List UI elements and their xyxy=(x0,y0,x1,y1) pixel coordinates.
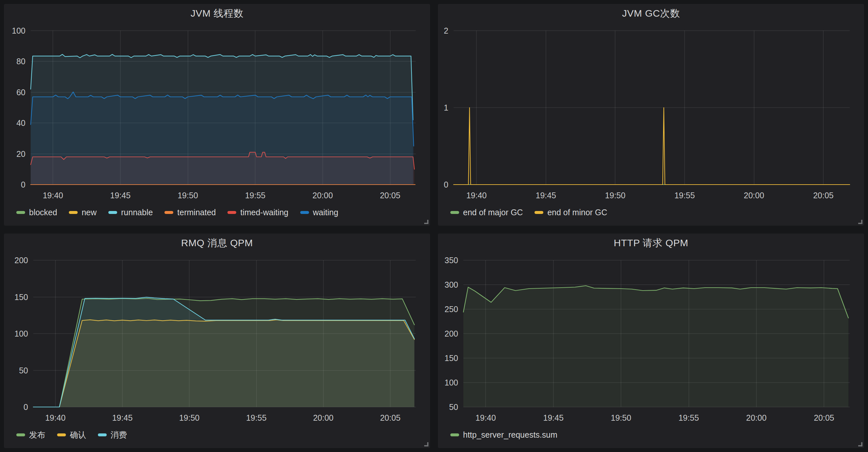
legend: end of major GCend of minor GC xyxy=(438,203,864,226)
legend-swatch xyxy=(108,211,117,214)
panel-title[interactable]: HTTP 请求 QPM xyxy=(438,233,864,252)
legend-item[interactable]: end of major GC xyxy=(450,208,523,217)
series-area xyxy=(463,286,848,407)
chart-jvm-gc[interactable]: 01219:4019:4519:5019:5520:0020:05 xyxy=(438,23,864,203)
y-tick-label: 20 xyxy=(16,149,26,159)
series-area xyxy=(31,92,414,185)
series-line xyxy=(454,108,850,185)
y-tick-label: 150 xyxy=(444,354,458,363)
legend-item[interactable]: new xyxy=(69,208,97,217)
y-tick-label: 60 xyxy=(16,88,26,97)
y-tick-label: 100 xyxy=(14,329,28,338)
legend-label: new xyxy=(82,208,97,217)
panel-resize-handle[interactable] xyxy=(423,218,429,224)
x-tick-label: 19:40 xyxy=(43,191,63,200)
legend: 发布确认消费 xyxy=(4,426,430,448)
legend-item[interactable]: blocked xyxy=(16,208,57,217)
legend-item[interactable]: 发布 xyxy=(16,429,45,440)
y-tick-label: 40 xyxy=(16,118,26,128)
y-tick-label: 1 xyxy=(444,103,448,112)
legend-swatch xyxy=(16,433,25,437)
legend-swatch xyxy=(227,211,236,214)
legend-label: 消费 xyxy=(111,429,127,440)
panel-resize-handle[interactable] xyxy=(423,441,429,447)
y-tick-label: 80 xyxy=(16,57,26,66)
panel-title[interactable]: JVM 线程数 xyxy=(4,4,430,23)
y-tick-label: 0 xyxy=(21,180,26,189)
x-tick-label: 19:45 xyxy=(112,413,133,422)
legend-item[interactable]: timed-waiting xyxy=(227,208,288,217)
legend-label: timed-waiting xyxy=(240,208,288,217)
y-tick-label: 50 xyxy=(449,402,458,412)
panel-jvm-gc: JVM GC次数 01219:4019:4519:5019:5520:0020:… xyxy=(438,4,864,226)
x-tick-label: 19:55 xyxy=(246,413,267,422)
legend-label: 确认 xyxy=(70,429,86,440)
legend-item[interactable]: terminated xyxy=(164,208,216,217)
legend-swatch xyxy=(534,211,543,214)
chart-rmq-qpm[interactable]: 05010015020019:4019:4519:5019:5520:0020:… xyxy=(4,252,430,426)
chart-jvm-threads[interactable]: 02040608010019:4019:4519:5019:5520:0020:… xyxy=(4,23,430,203)
legend-label: end of minor GC xyxy=(547,208,607,217)
legend-label: terminated xyxy=(177,208,216,217)
legend-swatch xyxy=(69,211,78,214)
chart-area: 02040608010019:4019:4519:5019:5520:0020:… xyxy=(4,23,430,203)
y-tick-label: 100 xyxy=(12,26,26,35)
legend-swatch xyxy=(164,211,173,214)
x-tick-label: 19:55 xyxy=(675,191,695,200)
x-tick-label: 19:45 xyxy=(536,191,556,200)
y-tick-label: 200 xyxy=(444,329,458,338)
legend-item[interactable]: 确认 xyxy=(57,429,86,440)
y-tick-label: 300 xyxy=(444,280,458,289)
x-tick-label: 19:50 xyxy=(179,413,200,422)
legend-item[interactable]: http_server_requests.sum xyxy=(450,430,557,440)
y-tick-label: 150 xyxy=(14,293,28,302)
y-tick-label: 100 xyxy=(444,378,458,387)
legend-swatch xyxy=(450,211,459,214)
legend-label: end of major GC xyxy=(463,208,523,217)
panel-title[interactable]: RMQ 消息 QPM xyxy=(4,233,430,252)
legend-label: waiting xyxy=(313,208,338,217)
legend-item[interactable]: waiting xyxy=(300,208,338,217)
x-tick-label: 19:50 xyxy=(611,413,631,422)
legend-swatch xyxy=(300,211,309,214)
x-tick-label: 19:40 xyxy=(466,191,487,200)
x-tick-label: 20:05 xyxy=(380,191,400,200)
panel-http-qpm: HTTP 请求 QPM 5010015020025030035019:4019:… xyxy=(438,233,864,448)
grafana-dashboard: JVM 线程数 02040608010019:4019:4519:5019:55… xyxy=(0,0,868,452)
legend-label: runnable xyxy=(121,208,153,217)
legend-label: 发布 xyxy=(29,429,45,440)
panel-rmq-qpm: RMQ 消息 QPM 05010015020019:4019:4519:5019… xyxy=(4,233,430,448)
x-tick-label: 19:55 xyxy=(678,413,699,422)
x-tick-label: 20:05 xyxy=(814,413,834,422)
legend-swatch xyxy=(98,433,107,437)
legend-label: http_server_requests.sum xyxy=(463,430,557,440)
legend-item[interactable]: end of minor GC xyxy=(534,208,607,217)
legend-item[interactable]: 消费 xyxy=(98,429,127,440)
x-tick-label: 19:50 xyxy=(605,191,625,200)
legend-item[interactable]: runnable xyxy=(108,208,153,217)
x-tick-label: 20:05 xyxy=(380,413,401,422)
legend-swatch xyxy=(16,211,25,214)
chart-area: 05010015020019:4019:4519:5019:5520:0020:… xyxy=(4,252,430,426)
chart-http-qpm[interactable]: 5010015020025030035019:4019:4519:5019:55… xyxy=(438,252,864,426)
panel-title[interactable]: JVM GC次数 xyxy=(438,4,864,23)
y-tick-label: 200 xyxy=(14,256,28,265)
x-tick-label: 20:00 xyxy=(744,191,764,200)
y-tick-label: 2 xyxy=(444,26,448,35)
x-tick-label: 20:00 xyxy=(746,413,767,422)
x-tick-label: 20:00 xyxy=(313,191,333,200)
legend: http_server_requests.sum xyxy=(438,426,864,448)
x-tick-label: 20:05 xyxy=(813,191,834,200)
x-tick-label: 19:45 xyxy=(110,191,131,200)
x-tick-label: 19:45 xyxy=(543,413,564,422)
legend-swatch xyxy=(450,433,459,437)
y-tick-label: 0 xyxy=(444,180,448,189)
y-tick-label: 250 xyxy=(444,304,458,314)
panel-resize-handle[interactable] xyxy=(857,441,863,447)
chart-area: 5010015020025030035019:4019:4519:5019:55… xyxy=(438,252,864,426)
y-tick-label: 350 xyxy=(444,256,458,265)
legend: blockednewrunnableterminatedtimed-waitin… xyxy=(4,203,430,226)
y-tick-label: 0 xyxy=(24,402,28,412)
panel-resize-handle[interactable] xyxy=(857,218,863,224)
x-tick-label: 19:40 xyxy=(475,413,496,422)
